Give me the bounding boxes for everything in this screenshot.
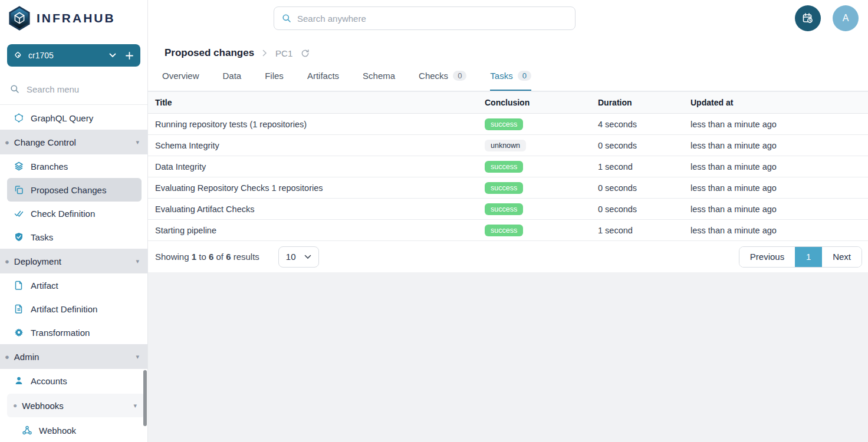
tab-label: Data: [223, 71, 242, 81]
sidebar-scrollbar[interactable]: [143, 370, 147, 426]
summary-text: to: [199, 252, 206, 262]
infrahub-logo-icon: [8, 6, 31, 31]
summary-text: Showing: [155, 252, 189, 262]
sidebar-item-proposed-changes[interactable]: Proposed Changes: [7, 178, 142, 202]
current-page-button[interactable]: 1: [795, 247, 822, 267]
breadcrumb-item[interactable]: PC1: [275, 48, 292, 58]
bullet-icon: ●: [5, 352, 9, 361]
task-duration: 0 seconds: [591, 183, 683, 193]
bullet-icon: ●: [5, 138, 9, 147]
content-background: [148, 272, 868, 442]
tab-count-badge: 0: [518, 71, 531, 81]
copy-icon: [14, 185, 24, 194]
sidebar: INFRAHUB cr1705 Search menu: [0, 0, 148, 442]
previous-page-button[interactable]: Previous: [739, 247, 795, 267]
sidebar-section-label: Change Control: [14, 137, 76, 147]
next-page-button[interactable]: Next: [822, 247, 862, 267]
tab-data[interactable]: Data: [223, 70, 242, 91]
pager: Previous 1 Next: [739, 246, 862, 268]
tab-files[interactable]: Files: [265, 70, 284, 91]
sidebar-item-label: Proposed Changes: [31, 185, 106, 195]
file-icon: [14, 281, 24, 290]
sidebar-section-deployment[interactable]: ● Deployment ▾: [0, 249, 147, 273]
bullet-icon: ●: [13, 401, 17, 410]
file-lines-icon: [14, 304, 24, 314]
chevron-down-icon: [304, 255, 311, 259]
task-title: Running repository tests (1 repositories…: [148, 120, 478, 129]
global-search-placeholder: Search anywhere: [297, 14, 366, 24]
status-badge: success: [485, 161, 523, 173]
bullet-icon: ●: [5, 257, 9, 266]
sidebar-item-artifact[interactable]: Artifact: [0, 273, 147, 297]
caret-down-icon[interactable]: ▾: [136, 138, 139, 146]
column-header-title: Title: [148, 98, 478, 107]
sidebar-section-admin[interactable]: ● Admin ▾: [0, 344, 147, 369]
schedule-button[interactable]: [795, 5, 821, 31]
tab-tasks[interactable]: Tasks 0: [490, 70, 531, 91]
sidebar-section-change-control[interactable]: ● Change Control ▾: [0, 130, 147, 154]
table-row[interactable]: Evaluating Artifact Checks success 0 sec…: [148, 199, 868, 220]
shield-check-icon: [14, 232, 24, 242]
results-summary: Showing 1 to 6 of 6 results: [155, 252, 259, 262]
tab-label: Schema: [363, 71, 395, 81]
sidebar-nav: GraphQL Query ● Change Control ▾ Branche…: [0, 105, 147, 442]
sidebar-item-accounts[interactable]: Accounts: [0, 369, 147, 392]
sidebar-item-check-definition[interactable]: Check Definition: [0, 202, 147, 225]
avatar[interactable]: A: [833, 5, 859, 31]
sidebar-item-label: Branches: [31, 161, 68, 171]
global-search-input[interactable]: Search anywhere: [274, 6, 576, 30]
sidebar-item-label: Accounts: [31, 376, 67, 386]
sidebar-item-webhook[interactable]: Webhook: [0, 418, 147, 442]
app-root: INFRAHUB cr1705 Search menu: [0, 0, 868, 442]
top-actions: A: [795, 5, 859, 31]
user-icon: [14, 376, 24, 385]
tab-checks[interactable]: Checks 0: [419, 70, 466, 91]
column-header-duration: Duration: [591, 98, 683, 107]
status-badge: success: [485, 225, 523, 236]
sidebar-subsection-label: Webhooks: [22, 401, 64, 411]
status-badge: success: [485, 118, 523, 130]
main-area: Search anywhere A: [148, 0, 868, 442]
caret-down-icon[interactable]: ▾: [136, 258, 139, 265]
sidebar-subsection-webhooks[interactable]: ● Webhooks ▾: [7, 394, 145, 417]
table-row[interactable]: Data Integrity success 1 second less tha…: [148, 156, 868, 177]
sidebar-item-branches[interactable]: Branches: [0, 154, 147, 178]
sidebar-item-graphql-query[interactable]: GraphQL Query: [0, 106, 147, 130]
sidebar-item-label: Transformation: [31, 328, 90, 338]
sidebar-item-artifact-definition[interactable]: Artifact Definition: [0, 297, 147, 321]
tab-schema[interactable]: Schema: [363, 70, 395, 91]
add-branch-icon[interactable]: [126, 52, 133, 60]
sidebar-item-tasks[interactable]: Tasks: [0, 225, 147, 249]
page-title[interactable]: Proposed changes: [165, 47, 254, 59]
table-row[interactable]: Evaluating Repository Checks 1 repositor…: [148, 177, 868, 199]
task-duration: 0 seconds: [591, 141, 683, 150]
search-icon: [282, 14, 291, 23]
tab-bar: Overview Data Files Artifacts Schema Che…: [148, 70, 868, 91]
task-title: Evaluating Repository Checks 1 repositor…: [148, 183, 478, 193]
chevron-down-icon[interactable]: [109, 53, 116, 58]
sidebar-item-label: Artifact: [31, 281, 58, 291]
summary-total: 6: [226, 252, 231, 262]
sidebar-search[interactable]: Search menu: [0, 74, 147, 105]
brand-logo[interactable]: INFRAHUB: [0, 0, 147, 37]
tab-label: Tasks: [490, 71, 512, 81]
table-row[interactable]: Running repository tests (1 repositories…: [148, 114, 868, 135]
avatar-letter: A: [843, 13, 849, 24]
sidebar-item-label: Tasks: [31, 232, 53, 242]
tab-count-badge: 0: [453, 71, 466, 81]
tab-overview[interactable]: Overview: [162, 70, 199, 91]
branch-selector[interactable]: cr1705: [7, 44, 140, 67]
caret-down-icon[interactable]: ▾: [136, 353, 139, 361]
double-check-icon: [14, 209, 24, 218]
tab-artifacts[interactable]: Artifacts: [307, 70, 339, 91]
caret-down-icon[interactable]: ▾: [133, 402, 137, 410]
task-updated: less than a minute ago: [683, 120, 868, 129]
status-badge: success: [485, 203, 523, 215]
table-row[interactable]: Schema Integrity unknown 0 seconds less …: [148, 135, 868, 156]
page-size-select[interactable]: 10: [278, 246, 319, 268]
refresh-icon[interactable]: [301, 49, 310, 58]
summary-text: results: [234, 252, 259, 262]
sidebar-item-transformation[interactable]: Transformation: [0, 321, 147, 344]
tab-label: Overview: [162, 71, 199, 81]
table-row[interactable]: Starting pipeline success 1 second less …: [148, 220, 868, 241]
